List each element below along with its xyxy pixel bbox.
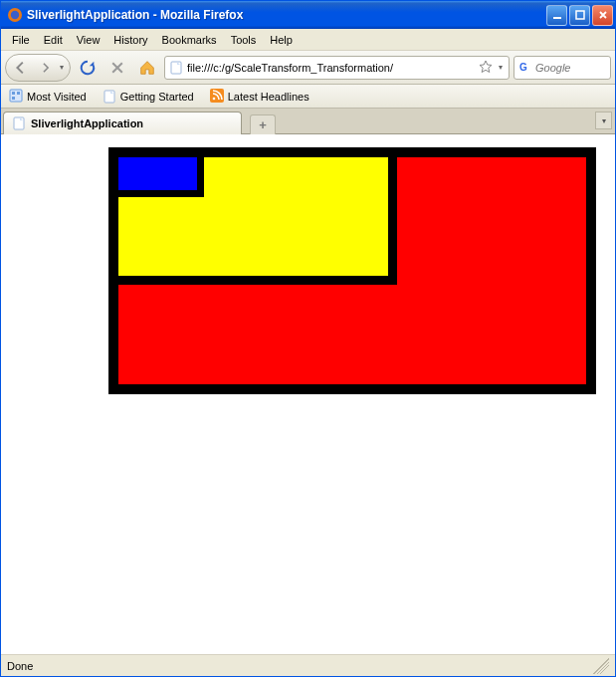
svg-rect-4 [171,62,181,74]
minimize-button[interactable] [546,5,567,26]
close-button[interactable] [592,5,613,26]
menu-bar: File Edit View History Bookmarks Tools H… [1,29,615,51]
page-icon [103,90,116,104]
bookmark-star-icon[interactable] [479,60,493,76]
bookmarks-toolbar: Most Visited Getting Started Latest Head… [1,85,615,109]
most-visited-icon [9,89,23,105]
bookmark-latest-headlines[interactable]: Latest Headlines [206,87,313,107]
page-icon [12,116,26,130]
svg-point-1 [11,11,19,19]
navigation-toolbar: ▾ ▾ G [1,51,615,85]
nav-back-forward-group: ▾ [5,54,71,82]
bookmark-label: Latest Headlines [228,91,309,103]
svg-rect-9 [12,92,15,95]
tab-label: SliverlightApplication [31,117,143,129]
window-title: SliverlightApplication - Mozilla Firefox [27,8,546,22]
reload-button[interactable] [75,55,101,81]
page-identity-icon [169,61,183,75]
tabs-dropdown-button[interactable]: ▾ [595,112,612,129]
page-content [1,134,615,654]
menu-edit[interactable]: Edit [37,32,70,48]
menu-view[interactable]: View [70,32,107,48]
bookmark-most-visited[interactable]: Most Visited [5,87,91,107]
menu-help[interactable]: Help [263,32,300,48]
svg-rect-3 [576,11,584,19]
menu-bookmarks[interactable]: Bookmarks [155,32,224,48]
bookmark-label: Getting Started [120,91,194,103]
new-tab-button[interactable]: + [250,114,276,134]
menu-history[interactable]: History [106,32,154,48]
svg-text:G: G [519,62,527,73]
window-titlebar: SliverlightApplication - Mozilla Firefox [1,1,615,29]
bookmark-getting-started[interactable]: Getting Started [99,88,198,106]
tab-strip: SliverlightApplication + ▾ [1,109,615,134]
url-dropdown-icon[interactable]: ▾ [497,63,505,72]
svg-rect-11 [12,97,15,100]
google-search-icon: G [518,60,532,76]
status-bar: Done [1,654,615,676]
svg-rect-2 [553,17,561,19]
tab-active[interactable]: SliverlightApplication [3,112,242,134]
window-controls [546,5,613,26]
firefox-app-icon [7,7,23,23]
forward-button[interactable] [34,56,58,80]
stop-button[interactable] [104,55,130,81]
status-text: Done [7,660,33,672]
svg-rect-10 [17,92,20,95]
back-button[interactable] [8,55,34,81]
home-button[interactable] [134,55,160,81]
bookmark-label: Most Visited [27,91,87,103]
svg-rect-12 [104,91,114,103]
nav-history-dropdown[interactable]: ▾ [58,63,66,72]
svg-rect-8 [10,90,22,102]
search-box[interactable]: G [513,56,611,80]
search-input[interactable] [535,62,616,74]
url-input[interactable] [187,62,475,74]
svg-rect-15 [14,117,24,129]
url-bar[interactable]: ▾ [164,56,510,80]
menu-file[interactable]: File [5,32,37,48]
rss-feed-icon [210,89,224,105]
blue-rectangle [118,157,204,197]
silverlight-canvas [108,147,596,394]
maximize-button[interactable] [569,5,590,26]
resize-grip-icon[interactable] [593,658,609,674]
menu-tools[interactable]: Tools [224,32,264,48]
plus-icon: + [259,117,267,132]
svg-point-14 [212,97,215,100]
